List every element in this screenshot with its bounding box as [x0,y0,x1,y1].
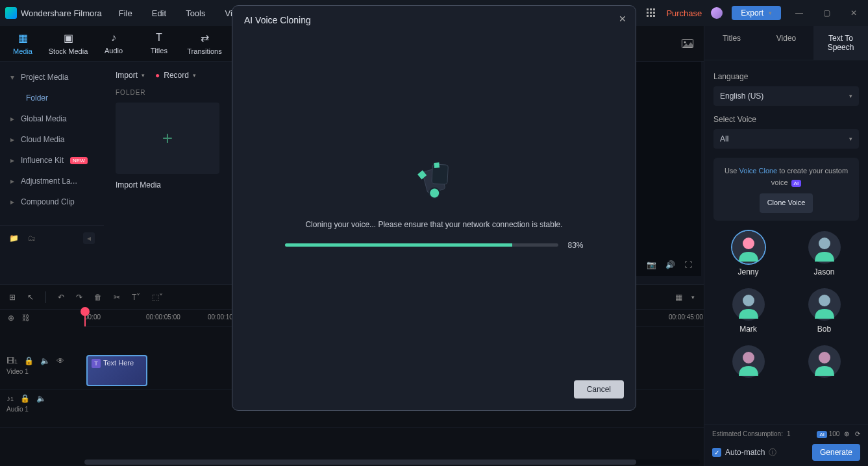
menu-tools[interactable]: Tools [186,8,205,18]
record-button[interactable]: ● Record ▾ [155,71,196,80]
delete-icon[interactable]: 🗑 [94,293,102,302]
add-credits-icon[interactable]: ⊕ [844,430,849,437]
grid-view-icon[interactable]: ▦ [675,293,682,302]
clone-voice-button[interactable]: Clone Voice [760,193,813,213]
mute-icon[interactable]: 🔈 [36,394,46,403]
timeline-scrollbar[interactable] [84,460,700,465]
checkbox-checked-icon: ✓ [712,448,721,457]
voice-avatar-icon [808,288,841,321]
voice-clone-link[interactable]: Voice Clone [739,167,778,175]
lock-icon[interactable]: 🔒 [20,394,30,403]
voice-avatar-icon [732,288,765,321]
voice-grid: JennyJasonMarkBob [713,231,859,382]
film-icon[interactable]: 🎞1 [6,356,18,365]
close-button[interactable]: ✕ [845,4,863,22]
sidebar-item-global-media[interactable]: ▸Global Media [0,108,104,129]
title-clip[interactable]: T Text Here [86,355,147,386]
undo-icon[interactable]: ↶ [58,293,64,302]
menu-bar: File Edit Tools View [119,8,243,18]
help-icon[interactable]: ⓘ [769,447,776,458]
playhead[interactable] [84,310,86,326]
voice-option[interactable]: Bob [789,288,859,334]
modal-close-button[interactable]: ✕ [619,14,626,24]
refresh-icon[interactable]: ⟳ [855,430,860,437]
picture-icon[interactable] [682,38,693,49]
text-tool-icon[interactable]: T˅ [132,293,140,302]
apps-grid-icon[interactable] [645,7,657,19]
svg-rect-4 [650,12,652,14]
sidebar-item-adjustment-layer[interactable]: ▸Adjustment La... [0,171,104,191]
tab-text-to-speech[interactable]: Text To Speech [813,26,868,60]
tab-titles-prop[interactable]: Titles [704,26,759,60]
minimize-button[interactable]: — [790,4,808,22]
maximize-button[interactable]: ▢ [817,4,836,22]
tab-titles[interactable]: T Titles [136,27,182,60]
split-icon[interactable]: ✂ [114,293,120,302]
timeline-left-controls: ⊕ ⛓ [0,310,84,326]
stock-icon: ▣ [45,32,91,44]
voice-option[interactable]: Jason [789,231,859,276]
scrollbar-thumb[interactable] [84,460,636,465]
fullscreen-icon[interactable]: ⛶ [684,260,692,269]
ruler-tick: 00:00:45:00 [669,313,703,321]
eye-icon[interactable]: 👁 [56,356,64,365]
pointer-icon[interactable]: ↖ [27,293,34,302]
media-sidebar: ▾Project Media Folder ▸Global Media ▸Clo… [0,62,104,305]
purchase-link[interactable]: Purchase [666,8,702,18]
music-icon[interactable]: ♪1 [6,394,14,403]
language-label: Language [713,72,859,81]
tab-transitions[interactable]: ⇄ Transitions [182,27,227,61]
new-folder-icon[interactable]: 📁 [9,234,19,243]
voice-option[interactable] [713,345,783,382]
sidebar-item-compound-clip[interactable]: ▸Compound Clip [0,191,104,212]
generate-button[interactable]: Generate [812,444,860,461]
caret-icon: ▸ [10,197,17,206]
cloning-graphic-icon [408,156,460,208]
tab-video-prop[interactable]: Video [759,26,813,60]
import-media-tile[interactable]: + [116,103,219,174]
ruler-tick: 00:00:05:00 [146,313,180,321]
cancel-button[interactable]: Cancel [574,380,624,399]
svg-rect-3 [647,12,649,14]
caret-icon: ▾ [10,73,17,82]
voice-name: Jenny [713,267,783,276]
menu-edit[interactable]: Edit [152,8,166,18]
mute-icon[interactable]: 🔈 [40,356,50,365]
bin-icon[interactable]: 🗂 [28,234,36,243]
sidebar-item-project-media[interactable]: ▾Project Media [0,67,104,88]
voice-filter-select[interactable]: All ▾ [713,129,859,149]
tab-media[interactable]: ▦ Media [0,27,45,61]
sidebar-item-influence-kit[interactable]: ▸Influence KitNEW [0,150,104,171]
voice-avatar-icon [808,231,841,264]
redo-icon[interactable]: ↷ [76,293,82,302]
voice-option[interactable]: Mark [713,288,783,334]
voice-option[interactable]: Jenny [713,231,783,276]
caret-icon: ▸ [10,177,17,186]
sidebar-item-folder[interactable]: Folder [0,88,104,108]
voice-option[interactable] [789,345,859,382]
lock-icon[interactable]: 🔒 [24,356,34,365]
svg-rect-1 [650,8,652,10]
tab-audio[interactable]: ♪ Audio [91,27,136,60]
export-button[interactable]: Export ▾ [732,6,781,20]
link-icon[interactable]: ⛓ [22,313,30,323]
snapshot-icon[interactable]: 📷 [647,260,656,269]
sidebar-item-cloud-media[interactable]: ▸Cloud Media [0,129,104,150]
caret-icon: ▸ [10,114,17,123]
tab-stock-media[interactable]: ▣ Stock Media [45,27,91,61]
crop-icon[interactable]: ⬚˅ [152,293,163,302]
user-avatar-icon[interactable] [711,7,723,19]
track-label: Video 1 [6,368,78,375]
voice-avatar-icon [732,345,765,378]
menu-file[interactable]: File [119,8,132,18]
add-track-icon[interactable]: ⊕ [8,313,14,323]
volume-icon[interactable]: 🔊 [665,260,675,269]
credit-count: 100 [829,430,840,437]
collapse-sidebar-icon[interactable]: ◂ [83,232,95,244]
language-select[interactable]: English (US) ▾ [713,86,859,106]
track-manager-icon[interactable]: ⊞ [9,293,16,302]
svg-rect-0 [647,8,649,10]
auto-match-toggle[interactable]: ✓ Auto-match ⓘ [712,447,776,458]
import-button[interactable]: Import ▾ [116,71,145,80]
svg-rect-2 [653,8,655,10]
